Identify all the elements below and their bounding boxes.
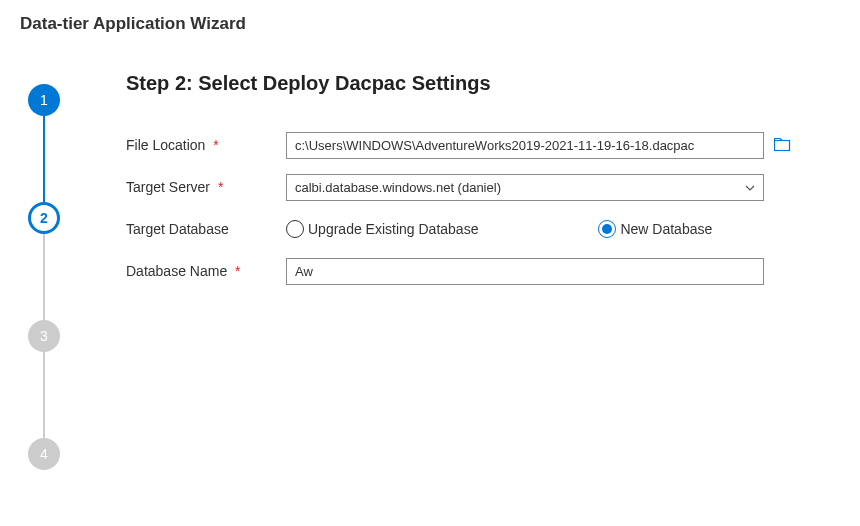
svg-rect-0 [775, 141, 790, 151]
step-2[interactable]: 2 [28, 202, 60, 234]
file-location-input[interactable] [286, 132, 764, 159]
target-database-row: Target Database Upgrade Existing Databas… [126, 215, 830, 243]
target-server-value: calbi.database.windows.net (daniel) [295, 180, 501, 195]
step-4[interactable]: 4 [28, 438, 60, 470]
target-database-label: Target Database [126, 221, 286, 237]
radio-upgrade-label: Upgrade Existing Database [308, 221, 478, 237]
database-name-label: Database Name * [126, 263, 286, 279]
stepper: 1 2 3 4 [22, 54, 78, 470]
required-asterisk: * [235, 263, 240, 279]
file-location-label-text: File Location [126, 137, 205, 153]
target-server-row: Target Server * calbi.database.windows.n… [126, 173, 830, 201]
step-1[interactable]: 1 [28, 84, 60, 116]
database-name-label-text: Database Name [126, 263, 227, 279]
target-server-label: Target Server * [126, 179, 286, 195]
target-server-label-text: Target Server [126, 179, 210, 195]
required-asterisk: * [213, 137, 218, 153]
main-panel: Step 2: Select Deploy Dacpac Settings Fi… [78, 54, 860, 470]
required-asterisk: * [218, 179, 223, 195]
target-server-select[interactable]: calbi.database.windows.net (daniel) [286, 174, 764, 201]
chevron-down-icon [745, 181, 755, 193]
content-area: 1 2 3 4 Step 2: Select Deploy Dacpac Set… [0, 54, 860, 470]
radio-dot-icon [602, 224, 612, 234]
step-connector-2-3 [43, 234, 45, 320]
file-location-row: File Location * [126, 131, 830, 159]
browse-folder-icon[interactable] [774, 138, 792, 152]
database-name-input[interactable] [286, 258, 764, 285]
radio-new-database[interactable]: New Database [598, 220, 712, 238]
radio-circle-icon [286, 220, 304, 238]
step-3[interactable]: 3 [28, 320, 60, 352]
step-connector-1-2 [43, 116, 45, 202]
radio-circle-selected-icon [598, 220, 616, 238]
radio-upgrade-existing[interactable]: Upgrade Existing Database [286, 220, 478, 238]
file-location-label: File Location * [126, 137, 286, 153]
database-name-row: Database Name * [126, 257, 830, 285]
step-connector-3-4 [43, 352, 45, 438]
wizard-title: Data-tier Application Wizard [0, 0, 860, 54]
step-heading: Step 2: Select Deploy Dacpac Settings [126, 72, 830, 95]
target-database-radio-group: Upgrade Existing Database New Database [286, 220, 764, 238]
radio-new-label: New Database [620, 221, 712, 237]
